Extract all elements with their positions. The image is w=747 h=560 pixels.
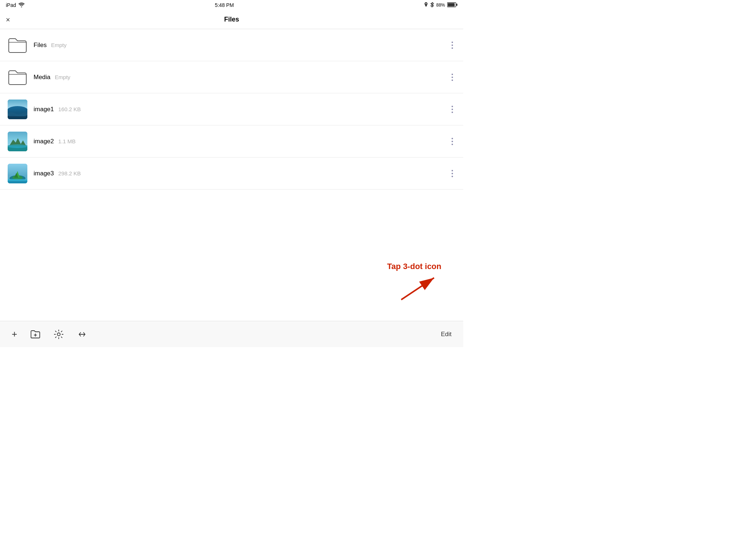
file-name: image3 xyxy=(34,170,54,177)
status-time: 5:48 PM xyxy=(215,2,234,8)
folder-icon xyxy=(7,67,28,88)
svg-point-10 xyxy=(8,144,27,148)
svg-rect-2 xyxy=(448,3,454,6)
file-meta: 298.2 KB xyxy=(58,170,81,176)
list-item[interactable]: Files Empty xyxy=(0,29,463,61)
file-info: image3 298.2 KB xyxy=(34,170,456,177)
file-name: image1 xyxy=(34,106,54,113)
file-meta: Empty xyxy=(55,74,70,80)
svg-point-22 xyxy=(57,333,60,336)
more-options-button[interactable] xyxy=(449,167,456,180)
battery-percent: 88% xyxy=(436,3,445,8)
device-label: iPad xyxy=(6,2,16,8)
more-options-button[interactable] xyxy=(449,103,456,116)
svg-rect-3 xyxy=(456,4,457,6)
edit-button[interactable]: Edit xyxy=(441,331,452,338)
list-item[interactable]: image2 1.1 MB xyxy=(0,125,463,158)
file-meta: 160.2 KB xyxy=(58,106,81,112)
bluetooth-icon xyxy=(430,2,434,8)
sort-button[interactable] xyxy=(77,329,87,339)
more-options-button[interactable] xyxy=(449,39,456,52)
more-options-button[interactable] xyxy=(449,135,456,148)
toolbar-left: + xyxy=(12,328,87,340)
file-info: image2 1.1 MB xyxy=(34,138,456,145)
list-item[interactable]: Media Empty xyxy=(0,61,463,93)
battery-icon xyxy=(447,2,457,8)
image-thumbnail xyxy=(7,99,28,120)
new-folder-button[interactable] xyxy=(30,329,40,339)
file-info: Files Empty xyxy=(34,42,456,49)
svg-rect-17 xyxy=(8,179,27,181)
svg-point-0 xyxy=(21,6,22,7)
list-item[interactable]: image1 160.2 KB xyxy=(0,93,463,125)
file-name: image2 xyxy=(34,138,54,145)
page-title: Files xyxy=(224,16,239,23)
location-icon xyxy=(424,2,428,8)
toolbar: + Edit xyxy=(0,321,463,347)
image-thumbnail xyxy=(7,163,28,184)
svg-point-5 xyxy=(8,106,27,116)
file-list: Files Empty Media Empty xyxy=(0,29,463,321)
file-info: image1 160.2 KB xyxy=(34,106,456,113)
file-name: Media xyxy=(34,74,50,81)
list-item[interactable]: image3 298.2 KB xyxy=(0,158,463,190)
status-left: iPad xyxy=(6,2,25,8)
close-button[interactable]: × xyxy=(6,16,10,23)
more-options-button[interactable] xyxy=(449,71,456,84)
image-thumbnail xyxy=(7,131,28,152)
add-button[interactable]: + xyxy=(12,328,17,340)
file-name: Files xyxy=(34,42,47,49)
status-bar: iPad 5:48 PM 88% xyxy=(0,0,463,10)
nav-bar: × Files xyxy=(0,10,463,29)
wifi-icon xyxy=(18,2,25,8)
file-meta: 1.1 MB xyxy=(58,138,76,144)
settings-button[interactable] xyxy=(54,329,64,339)
status-right: 88% xyxy=(424,2,457,8)
folder-icon xyxy=(7,35,28,55)
file-meta: Empty xyxy=(51,42,67,48)
file-info: Media Empty xyxy=(34,74,456,81)
